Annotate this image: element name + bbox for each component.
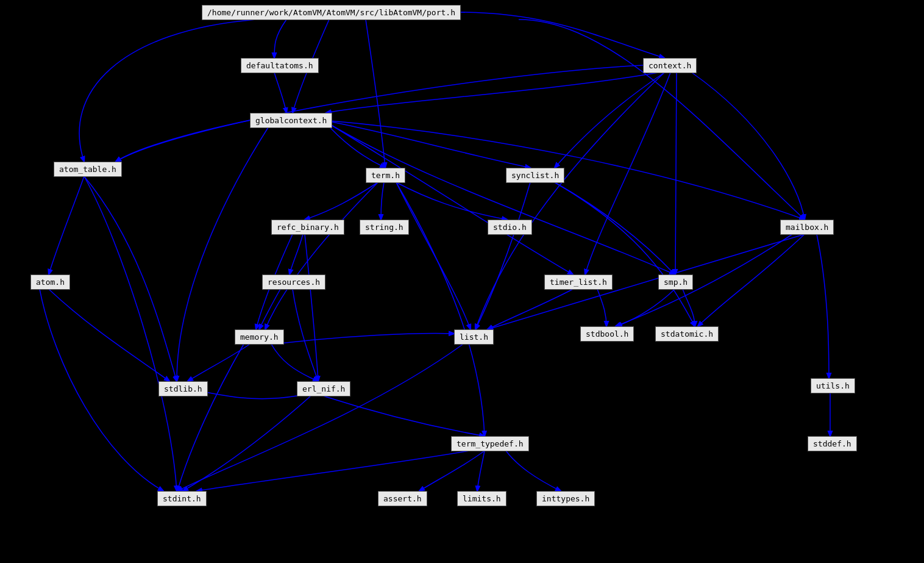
node-synclist-h: synclist.h <box>506 168 564 183</box>
node-smp-h: smp.h <box>658 274 693 290</box>
node-memory-h: memory.h <box>235 329 284 345</box>
node-globalcontext-h: globalcontext.h <box>250 113 332 128</box>
node-context-h: context.h <box>643 58 697 73</box>
node-resources-h: resources.h <box>262 274 325 290</box>
node-stdbool-h: stdbool.h <box>580 326 634 342</box>
dependency-graph: /home/runner/work/AtomVM/AtomVM/src/libA… <box>0 0 924 563</box>
node-list-h: list.h <box>454 329 494 345</box>
node-erl-nif-h: erl_nif.h <box>297 381 350 396</box>
node-string-h: string.h <box>360 220 409 235</box>
node-timer-list-h: timer_list.h <box>544 274 613 290</box>
node-limits-h: limits.h <box>457 491 506 506</box>
node-mailbox-h: mailbox.h <box>780 220 834 235</box>
node-stdlib-h: stdlib.h <box>158 381 208 396</box>
node-stddef-h: stddef.h <box>808 436 857 451</box>
node-stdint-h: stdint.h <box>157 491 207 506</box>
node-term-h: term.h <box>366 168 405 183</box>
node-utils-h: utils.h <box>811 378 855 393</box>
node-atom-h: atom.h <box>30 274 70 290</box>
node-refc-binary-h: refc_binary.h <box>271 220 344 235</box>
node-assert-h: assert.h <box>378 491 427 506</box>
node-inttypes-h: inttypes.h <box>536 491 595 506</box>
node-atom-table-h: atom_table.h <box>54 162 122 177</box>
node-stdatomic-h: stdatomic.h <box>655 326 719 342</box>
node-port-h: /home/runner/work/AtomVM/AtomVM/src/libA… <box>202 5 461 20</box>
graph-edges <box>0 0 924 563</box>
node-term-typedef-h: term_typedef.h <box>451 436 529 451</box>
node-defaultatoms-h: defaultatoms.h <box>241 58 319 73</box>
node-stdio-h: stdio.h <box>488 220 532 235</box>
